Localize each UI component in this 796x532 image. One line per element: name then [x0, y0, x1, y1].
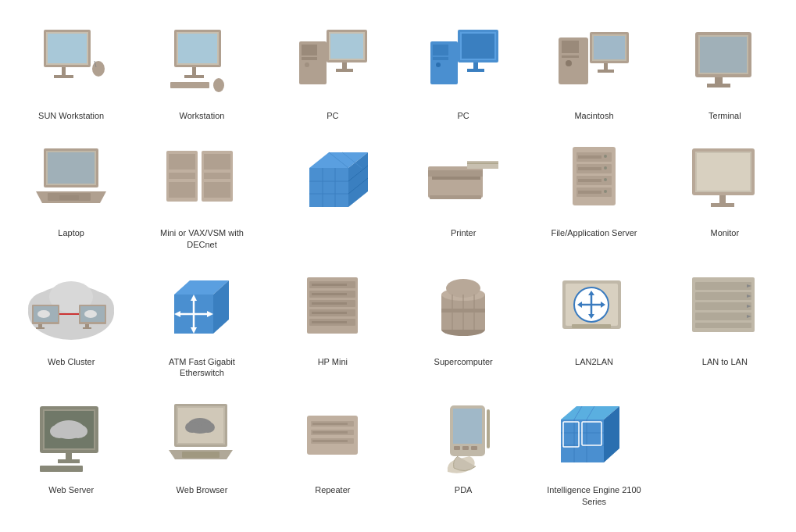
item-macintosh[interactable]: Macintosh: [530, 16, 657, 125]
svg-rect-15: [302, 45, 317, 55]
svg-rect-12: [170, 82, 209, 88]
svg-rect-11: [184, 75, 204, 78]
svg-rect-186: [471, 446, 477, 450]
svg-point-83: [604, 166, 607, 170]
item-web-browser[interactable]: Web Browser: [138, 390, 265, 511]
icon-pc-blue: [416, 20, 510, 105]
svg-point-5: [92, 61, 105, 77]
svg-rect-44: [715, 77, 723, 84]
icon-printer: [416, 137, 510, 223]
item-pc-gray[interactable]: PC: [269, 16, 396, 125]
svg-point-108: [84, 310, 97, 318]
item-monitor[interactable]: Monitor: [662, 133, 788, 254]
icon-grid: SUN Workstation Workstation: [0, 0, 796, 527]
item-web-cluster[interactable]: Web Cluster: [8, 262, 134, 383]
item-web-server[interactable]: Web Server: [8, 390, 134, 511]
svg-rect-10: [192, 67, 196, 75]
icon-supercomputer: [416, 266, 510, 352]
svg-rect-45: [707, 84, 730, 87]
label-lan2lan: LAN2LAN: [575, 356, 613, 367]
item-workstation[interactable]: Workstation: [138, 16, 265, 125]
icon-macintosh: [547, 20, 641, 105]
svg-rect-22: [336, 69, 353, 72]
item-sun-workstation[interactable]: SUN Workstation: [8, 16, 134, 125]
icon-sun-workstation: [24, 20, 118, 105]
svg-rect-127: [312, 302, 347, 305]
icon-empty: [678, 394, 772, 480]
label-supercomputer: Supercomputer: [434, 356, 493, 367]
label-repeater: Repeater: [315, 484, 350, 495]
svg-rect-150: [695, 292, 751, 300]
svg-point-85: [604, 190, 607, 193]
svg-rect-185: [462, 446, 469, 450]
item-supercomputer[interactable]: Supercomputer: [400, 262, 527, 383]
svg-rect-101: [38, 324, 42, 327]
item-repeater[interactable]: Repeater: [269, 390, 396, 511]
item-terminal[interactable]: Terminal: [662, 16, 788, 125]
svg-rect-40: [598, 70, 614, 73]
svg-rect-43: [700, 37, 747, 73]
svg-rect-4: [54, 75, 73, 78]
label-mini-vax: Mini or VAX/VSM with DECnet: [151, 227, 252, 250]
label-lan-to-lan: LAN to LAN: [702, 356, 748, 367]
icon-terminal: [678, 20, 772, 105]
icon-pda: [416, 394, 510, 480]
svg-rect-24: [433, 45, 448, 55]
svg-rect-57: [204, 154, 230, 170]
label-web-server: Web Server: [48, 484, 94, 495]
svg-rect-48: [48, 152, 95, 184]
svg-point-163: [69, 424, 87, 438]
svg-point-162: [50, 424, 69, 438]
item-pc-blue[interactable]: PC: [400, 16, 527, 125]
svg-rect-92: [697, 153, 750, 191]
svg-rect-72: [428, 170, 483, 177]
item-mini-vax[interactable]: Mini or VAX/VSM with DECnet: [138, 133, 265, 254]
label-laptop: Laptop: [58, 227, 84, 238]
svg-rect-183: [453, 409, 482, 444]
svg-rect-151: [695, 302, 751, 310]
icon-lan-to-lan: [678, 266, 772, 352]
icon-web-server: [24, 394, 118, 480]
item-lan-to-lan[interactable]: LAN to LAN: [662, 262, 788, 383]
item-hp-mini[interactable]: HP Mini: [269, 262, 396, 383]
svg-rect-54: [169, 173, 195, 179]
label-terminal: Terminal: [709, 110, 741, 121]
icon-lan2lan: [547, 266, 641, 352]
item-printer[interactable]: Printer: [400, 133, 527, 254]
icon-atm-switch: [155, 266, 248, 352]
item-lan2lan[interactable]: LAN2LAN: [530, 262, 657, 383]
svg-rect-25: [433, 57, 448, 60]
label-intelligence-engine: Intelligence Engine 2100 Series: [543, 484, 644, 507]
item-file-server[interactable]: File/Application Server: [530, 133, 657, 254]
icon-blue-cube: [286, 137, 380, 223]
svg-rect-105: [85, 324, 89, 327]
svg-rect-152: [695, 312, 751, 320]
svg-rect-93: [719, 195, 726, 203]
label-hp-mini: HP Mini: [318, 356, 348, 367]
icon-mini-vax: [155, 137, 248, 223]
item-atm-switch[interactable]: ATM Fast Gigabit Etherswitch: [138, 262, 265, 383]
svg-rect-74: [467, 162, 498, 164]
icon-workstation: [155, 20, 248, 105]
item-pda[interactable]: PDA: [400, 390, 527, 511]
svg-point-172: [201, 422, 215, 433]
icon-web-cluster: [24, 266, 118, 352]
item-intelligence-engine[interactable]: Intelligence Engine 2100 Series: [530, 390, 657, 511]
svg-rect-55: [169, 182, 195, 198]
svg-rect-29: [462, 34, 494, 59]
label-pda: PDA: [455, 484, 473, 495]
svg-rect-2: [48, 34, 87, 63]
svg-rect-58: [204, 173, 230, 179]
icon-pc-gray: [286, 20, 380, 105]
svg-rect-9: [178, 34, 217, 63]
svg-point-26: [436, 62, 441, 67]
label-macintosh: Macintosh: [574, 110, 613, 121]
icon-hp-mini: [286, 266, 380, 352]
item-blue-cube[interactable]: [269, 133, 396, 254]
svg-point-107: [37, 310, 50, 318]
svg-rect-137: [441, 309, 485, 312]
label-atm-switch: ATM Fast Gigabit Etherswitch: [151, 356, 252, 379]
svg-rect-86: [578, 155, 601, 159]
svg-rect-184: [454, 446, 460, 450]
item-laptop[interactable]: Laptop: [8, 133, 134, 254]
